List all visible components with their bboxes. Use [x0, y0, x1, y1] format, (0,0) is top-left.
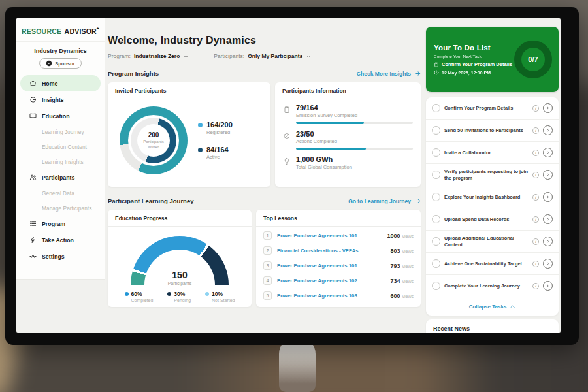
task-open-button[interactable] [543, 103, 553, 113]
filter-value: Only My Participants [248, 53, 302, 59]
brand-logo: RESOURCE ADVISOR+ [16, 18, 105, 42]
lesson-title-link[interactable]: Power Purchase Agreements 102 [277, 278, 385, 284]
scene: RESOURCE ADVISOR+ Industry Dynamics Spon… [0, 0, 588, 392]
todo-next-task: Confirm Your Program Details [442, 61, 512, 67]
sponsor-badge[interactable]: Sponsor [39, 58, 81, 69]
sidebar-item-education[interactable]: Education [20, 108, 101, 124]
task-row[interactable]: Send 50 Invitations to Participants i [426, 120, 559, 142]
task-checkbox[interactable] [432, 193, 440, 201]
sidebar: RESOURCE ADVISOR+ Industry Dynamics Spon… [16, 18, 105, 280]
info-icon[interactable]: i [532, 127, 539, 134]
info-icon[interactable]: i [532, 283, 539, 289]
arrow-right-icon [414, 197, 421, 204]
legend-value: 84/164 [206, 146, 229, 154]
lesson-rank-badge: 3 [263, 261, 272, 270]
sidebar-item-label: Manage Participants [42, 205, 91, 212]
task-open-button[interactable] [543, 170, 553, 180]
gauge-center-label: Participants [131, 281, 229, 286]
filter-dropdown-program[interactable]: Program: Industrialize Zero [108, 53, 189, 59]
task-row[interactable]: Upload Additional Educational Content i [426, 231, 559, 253]
org-name: Industry Dynamics [16, 48, 105, 54]
info-icon[interactable]: i [532, 105, 539, 112]
lesson-title-link[interactable]: Financial Considerations - VPPAs [277, 248, 385, 253]
go-to-learning-journey-link[interactable]: Go to Learning Journey [348, 197, 421, 204]
info-icon[interactable]: i [532, 194, 539, 201]
info-icon[interactable]: i [532, 238, 539, 245]
task-open-button[interactable] [543, 214, 553, 224]
task-open-button[interactable] [543, 148, 553, 157]
task-row[interactable]: Confirm Your Program Details i [426, 97, 559, 120]
lesson-views-count: 600 [390, 293, 400, 299]
sidebar-item-participants[interactable]: Participants [20, 169, 101, 186]
info-row-actions-completed: 23/50 Actions Completed [283, 130, 413, 150]
sidebar-item-label: Education [42, 113, 70, 120]
info-icon[interactable]: i [532, 261, 539, 267]
task-row[interactable]: Invite a Collaborator i [426, 142, 559, 164]
todo-due-date: 12 May 2025, 12:00 PM [442, 71, 491, 75]
task-row[interactable]: Explore Your Insights Dashboard i [426, 186, 559, 208]
todo-title: Your To Do List [434, 44, 514, 52]
info-value: 23/50 [296, 130, 413, 138]
survey-icon [283, 106, 291, 114]
program-insights-header: Program Insights Check More Insights [108, 70, 421, 77]
info-icon[interactable]: i [532, 216, 539, 223]
task-checkbox[interactable] [432, 171, 440, 179]
collapse-tasks-link[interactable]: Collapse Tasks [426, 297, 559, 316]
task-label: Upload Additional Educational Content [444, 235, 529, 248]
task-open-button[interactable] [543, 281, 553, 291]
task-open-button[interactable] [543, 259, 553, 269]
card-title: Education Progress [108, 210, 252, 227]
sidebar-item-insights[interactable]: Insights [20, 91, 101, 108]
sidebar-item-education-content[interactable]: Education Content [20, 139, 101, 154]
legend-label: Active [206, 154, 229, 160]
task-open-button[interactable] [543, 192, 553, 202]
lesson-title-link[interactable]: Power Purchase Agreements 101 [277, 233, 382, 238]
task-checkbox[interactable] [432, 282, 440, 290]
sidebar-item-program[interactable]: Program [20, 216, 101, 232]
task-checkbox[interactable] [432, 259, 440, 268]
sidebar-item-label: Learning Journey [42, 129, 84, 135]
task-open-button[interactable] [543, 237, 553, 246]
info-value: 79/164 [296, 104, 413, 112]
sidebar-item-general-data[interactable]: General Data [20, 186, 101, 201]
lesson-title-link[interactable]: Power Purchase Agreements 101 [277, 263, 385, 269]
info-row-emission-survey-completed: 79/164 Emission Survey Completed [283, 104, 413, 124]
gauge-legend: 60% Completed 30% [108, 291, 252, 302]
sidebar-item-take-action[interactable]: Take Action [20, 232, 101, 248]
task-label: Explore Your Insights Dashboard [444, 194, 529, 200]
task-open-button[interactable] [543, 125, 553, 135]
lesson-title-link[interactable]: Power Purchase Agreements 103 [277, 293, 385, 299]
legend-dot [198, 123, 203, 127]
task-row[interactable]: Upload Spend Data Records i [426, 208, 559, 231]
insights-icon [29, 96, 37, 103]
task-checkbox[interactable] [432, 148, 440, 157]
task-checkbox[interactable] [432, 126, 440, 135]
learning-journey-header: Participant Learning Journey Go to Learn… [108, 197, 421, 204]
legend-label: Pending [174, 298, 191, 302]
sidebar-item-home[interactable]: Home [20, 75, 101, 91]
task-checkbox[interactable] [432, 215, 440, 223]
task-row[interactable]: Verify participants requesting to join t… [426, 164, 559, 186]
info-icon[interactable]: i [532, 172, 539, 178]
check-more-insights-link[interactable]: Check More Insights [357, 70, 421, 77]
lesson-views-count: 1000 [387, 233, 400, 239]
task-checkbox[interactable] [432, 104, 440, 112]
filter-dropdown-participants[interactable]: Participants: Only My Participants [214, 53, 312, 59]
legend-item-active: 84/164 Active [198, 146, 233, 160]
task-row[interactable]: Complete Your Learning Journey i [426, 275, 559, 297]
info-label: Total Global Consumption [296, 164, 413, 170]
sidebar-item-learning-journey[interactable]: Learning Journey [20, 124, 101, 139]
info-label: Actions Completed [296, 139, 413, 144]
section-title: Program Insights [108, 70, 159, 77]
sidebar-item-learning-insights[interactable]: Learning Insights [20, 154, 101, 169]
education-icon [29, 112, 37, 120]
legend-item-not-started: 10% Not Started [205, 291, 235, 302]
task-row[interactable]: Achieve One Sustainability Target i [426, 253, 559, 275]
task-checkbox[interactable] [432, 237, 440, 246]
info-icon[interactable]: i [532, 150, 539, 156]
sidebar-item-settings[interactable]: Settings [20, 248, 101, 265]
lesson-row: 5 Power Purchase Agreements 103 600 view… [256, 288, 421, 303]
task-label: Upload Spend Data Records [444, 216, 529, 222]
settings-icon [29, 253, 37, 260]
sidebar-item-manage-participants[interactable]: Manage Participants [20, 201, 101, 216]
